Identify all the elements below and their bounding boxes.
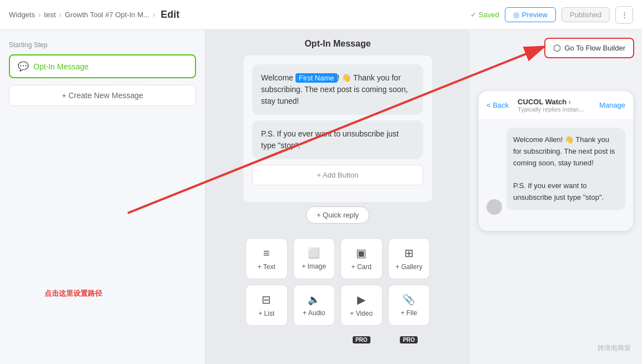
chinese-annotation: 点击这里设置路径 [44,289,102,299]
breadcrumb-sep2: › [59,11,61,19]
add-button[interactable]: + Add Button [252,165,423,185]
message-bubble-1: Welcome First Name! 👋 Thank you for subs… [252,64,423,115]
phone-message-bubble: Welcome Allen! 👋 Thank you for subscribi… [506,128,625,210]
right-panel: ⬡ Go To Flow Builder < Back CUCOL Watch … [470,30,642,364]
message-panel: Welcome First Name! 👋 Thank you for subs… [243,55,432,202]
flow-builder-icon: ⬡ [553,43,561,53]
content-type-list[interactable]: ⊟ + List [245,285,288,326]
card-icon: ▣ [356,246,367,260]
content-type-image[interactable]: ⬜ + Image [293,238,335,279]
gallery-icon: ⊞ [404,246,414,260]
breadcrumb-test[interactable]: test [44,11,56,19]
breadcrumb-sep1: › [38,11,41,19]
breadcrumb-tool[interactable]: Growth Tool #7 Opt-In M... [65,11,149,19]
phone-chat-subtitle: Typically replies instan... [518,106,584,113]
check-icon: ✓ [470,11,477,19]
phone-body: Welcome Allen! 👋 Thank you for subscribi… [479,120,633,231]
preview-button[interactable]: ◎ Preview [505,7,556,22]
breadcrumb-widgets[interactable]: Widgets [9,11,35,19]
phone-preview: < Back CUCOL Watch › Typically replies i… [479,91,633,231]
image-icon: ⬜ [308,247,320,259]
content-type-text[interactable]: ≡ + Text [245,238,288,279]
avatar [486,199,502,215]
content-type-file[interactable]: 📎 + File [388,285,430,326]
main-layout: Starting Step 💬 Opt-In Message + Create … [0,30,642,364]
message-bubble-2: P.S. If you ever want to unsubscribe jus… [252,120,423,159]
breadcrumb: Widgets › test › Growth Tool #7 Opt-In M… [9,9,179,21]
main-content: Opt-In Message Welcome First Name! 👋 Tha… [205,30,470,364]
opt-in-label: Opt-In Message [33,62,89,71]
phone-chat-title: CUCOL Watch › [518,98,584,106]
app-header: Widgets › test › Growth Tool #7 Opt-In M… [0,0,642,30]
text-icon: ≡ [263,247,270,260]
sidebar-section-label: Starting Step [9,41,196,49]
panel-title: Opt-In Message [304,30,370,55]
pro-badge-1: PRO [353,336,370,343]
content-type-gallery[interactable]: ⊞ + Gallery [388,238,430,279]
content-type-audio[interactable]: 🔈 + Audio [293,285,335,326]
more-icon: ⋮ [621,11,628,19]
saved-indicator: ✓ Saved [470,11,499,19]
published-button[interactable]: Published [561,7,610,22]
back-button[interactable]: < Back [486,101,509,109]
watermark: 跨境电商策 [598,343,631,353]
first-name-tag: First Name [295,73,338,83]
phone-header: < Back CUCOL Watch › Typically replies i… [479,91,633,120]
audio-icon: 🔈 [308,294,320,306]
message-icon: 💬 [18,61,29,72]
opt-in-message-item[interactable]: 💬 Opt-In Message [9,54,196,78]
video-icon: ▶ [357,293,365,306]
file-icon: 📎 [403,294,415,306]
phone-bubble-row: Welcome Allen! 👋 Thank you for subscribi… [486,128,625,215]
content-type-video[interactable]: ▶ + Video [340,285,383,326]
page-title: Edit [160,9,179,21]
preview-icon: ◎ [513,11,519,19]
quick-reply-button[interactable]: + Quick reply [306,206,369,224]
more-options-button[interactable]: ⋮ [615,6,633,24]
pro-badge-2: PRO [400,336,418,343]
create-new-message-button[interactable]: + Create New Message [9,85,196,106]
breadcrumb-sep3: › [153,11,155,19]
content-type-grid: ≡ + Text ⬜ + Image ▣ + Card ⊞ + Gallery … [243,238,432,326]
phone-title-group: CUCOL Watch › Typically replies instan..… [518,98,584,113]
sidebar: Starting Step 💬 Opt-In Message + Create … [0,30,205,364]
content-type-card[interactable]: ▣ + Card [340,238,383,279]
manage-button[interactable]: Manage [599,101,625,109]
quick-reply-row: + Quick reply [306,206,369,224]
flow-builder-button[interactable]: ⬡ Go To Flow Builder [544,38,634,58]
list-icon: ⊟ [262,293,271,306]
header-actions: ✓ Saved ◎ Preview Published ⋮ [470,6,633,24]
